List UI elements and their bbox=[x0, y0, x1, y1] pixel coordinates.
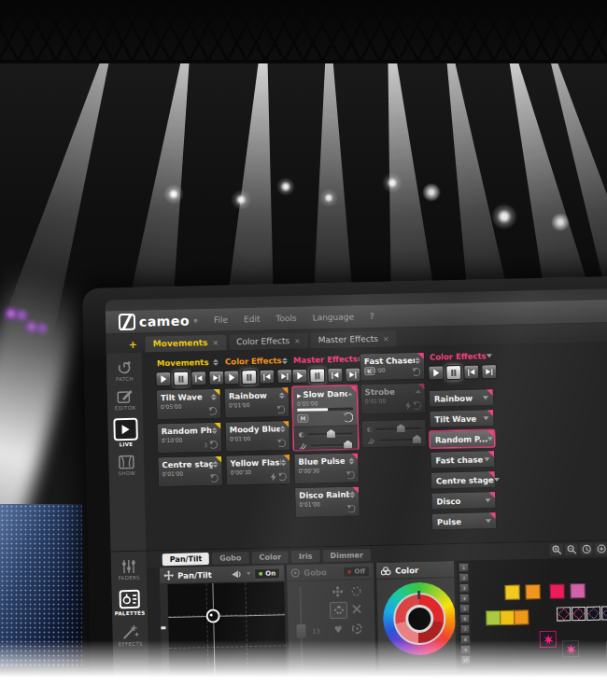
chaser-tile[interactable]: Fast Chaser 0'01'00 K bbox=[360, 352, 426, 382]
mode-badge[interactable]: M bbox=[297, 414, 308, 423]
sidebar-item-show[interactable]: SHOW bbox=[108, 453, 145, 479]
tab-color[interactable]: Color bbox=[251, 551, 289, 564]
fixture-swatch[interactable] bbox=[504, 585, 519, 600]
fixture-swatch[interactable] bbox=[570, 583, 585, 598]
preset-item[interactable]: Disco bbox=[431, 491, 496, 511]
cue-tile[interactable]: Moody Blue 0'01'00 bbox=[224, 420, 290, 453]
scanner-fixture[interactable] bbox=[572, 607, 586, 621]
off-toggle[interactable]: Off bbox=[343, 566, 370, 578]
fixture-number[interactable]: 2 bbox=[459, 573, 469, 582]
chevron-down-icon[interactable] bbox=[486, 354, 491, 357]
fixture-number[interactable]: 7 bbox=[459, 624, 470, 634]
tab-dimmer[interactable]: Dimmer bbox=[322, 549, 371, 562]
slider-thumb[interactable] bbox=[413, 435, 421, 443]
preset-item[interactable]: Tilt Wave bbox=[429, 409, 494, 428]
heart-icon[interactable]: ♥ bbox=[330, 622, 346, 637]
chevron-down-icon[interactable] bbox=[487, 437, 493, 441]
play-button[interactable] bbox=[223, 370, 239, 385]
cue-tile[interactable]: Random Phase 0'10'00 3 bbox=[156, 422, 222, 455]
diamond-frame-icon[interactable] bbox=[330, 602, 347, 619]
menu-file[interactable]: File bbox=[214, 315, 228, 325]
collapse-icon[interactable] bbox=[416, 389, 421, 392]
loop-icon[interactable] bbox=[343, 413, 353, 423]
next-button[interactable] bbox=[481, 364, 497, 379]
chevron-down-icon[interactable] bbox=[483, 416, 488, 420]
chevron-updown-icon[interactable] bbox=[212, 460, 218, 467]
fixture-swatch[interactable] bbox=[525, 584, 540, 599]
scanner-fixture[interactable] bbox=[557, 607, 571, 621]
chevron-updown-icon[interactable] bbox=[213, 358, 219, 365]
chevron-updown-icon[interactable] bbox=[348, 457, 354, 464]
chevron-down-icon[interactable] bbox=[485, 498, 490, 502]
on-toggle[interactable]: On bbox=[254, 567, 280, 580]
sidebar-item-palettes[interactable]: PALETTES bbox=[111, 587, 148, 619]
prev-button[interactable] bbox=[327, 368, 343, 383]
collapse-icon[interactable] bbox=[347, 392, 353, 395]
beam-mode-icon[interactable] bbox=[231, 569, 242, 579]
cue-tile[interactable]: Blue Pulse 0'00'30 bbox=[293, 452, 360, 484]
tab-master-effects[interactable]: Master Effects × bbox=[311, 330, 397, 348]
next-button[interactable] bbox=[345, 367, 360, 382]
chevron-down-icon[interactable] bbox=[494, 477, 500, 481]
cue-tile-selected[interactable]: ▶ Slow Dance 0'05'00 M ◐ bbox=[292, 385, 360, 451]
chevron-updown-icon[interactable] bbox=[212, 427, 218, 433]
add-tab-button[interactable]: + bbox=[122, 339, 143, 353]
prev-button[interactable] bbox=[259, 369, 275, 384]
preset-item-selected[interactable]: Random P... bbox=[430, 429, 495, 449]
cue-tile[interactable]: Centre stage 0'01'00 bbox=[157, 455, 223, 488]
zoom-in-icon[interactable] bbox=[550, 543, 563, 555]
pause-button[interactable] bbox=[445, 365, 461, 380]
preset-item[interactable]: Rainbow bbox=[429, 388, 494, 408]
cue-tile[interactable]: Tilt Wave 0'05'00 bbox=[156, 388, 222, 421]
chevron-updown-icon[interactable] bbox=[415, 357, 420, 363]
scanner-fixture[interactable] bbox=[586, 607, 600, 621]
pause-button[interactable] bbox=[309, 368, 325, 383]
fixture-swatch[interactable] bbox=[549, 583, 564, 598]
close-icon[interactable]: × bbox=[294, 336, 301, 344]
chevron-updown-icon[interactable] bbox=[279, 392, 285, 399]
xy-handle[interactable] bbox=[205, 609, 219, 623]
center-icon[interactable] bbox=[594, 542, 607, 554]
slider-thumb[interactable] bbox=[327, 429, 335, 438]
slider-thumb[interactable] bbox=[296, 623, 305, 637]
column-header[interactable]: Color Effects bbox=[223, 355, 289, 368]
dots-cross-icon[interactable] bbox=[330, 584, 346, 599]
column-header[interactable]: Master Effects bbox=[291, 353, 357, 366]
menu-tools[interactable]: Tools bbox=[275, 314, 296, 324]
column-header[interactable]: Color Effects bbox=[428, 350, 493, 363]
play-button[interactable] bbox=[428, 365, 444, 380]
cue-tile[interactable]: Yellow Flash 0'00'30 bbox=[225, 454, 291, 486]
cross-arrows-icon[interactable] bbox=[348, 601, 364, 616]
prev-button[interactable] bbox=[463, 364, 479, 379]
pause-button[interactable] bbox=[241, 370, 257, 385]
menu-help[interactable]: ? bbox=[370, 312, 374, 321]
chevron-down-icon[interactable] bbox=[247, 572, 250, 575]
sidebar-item-live[interactable]: LIVE bbox=[107, 416, 144, 450]
chevron-updown-icon[interactable] bbox=[280, 459, 286, 466]
chevron-updown-icon[interactable] bbox=[211, 393, 217, 399]
menu-edit[interactable]: Edit bbox=[244, 315, 261, 324]
zoom-out-icon[interactable] bbox=[565, 543, 578, 555]
fixture-swatch[interactable] bbox=[514, 609, 529, 624]
slider-thumb[interactable] bbox=[397, 424, 405, 432]
chevron-updown-icon[interactable] bbox=[280, 426, 286, 432]
chaser-badge[interactable]: K bbox=[364, 367, 374, 375]
cue-tile[interactable]: Rainbow 0'01'00 bbox=[224, 386, 290, 419]
speed-slider[interactable] bbox=[294, 439, 358, 452]
tab-pan-tilt[interactable]: Pan/Tilt bbox=[162, 553, 210, 566]
column-header[interactable]: Movements bbox=[155, 357, 220, 370]
slider-thumb[interactable] bbox=[344, 441, 352, 449]
cue-tile[interactable]: Strobe 0'01'00 bbox=[360, 383, 427, 415]
play-button[interactable] bbox=[291, 369, 307, 384]
close-icon[interactable]: × bbox=[212, 338, 219, 346]
chevron-down-icon[interactable] bbox=[483, 396, 488, 399]
fixture-number[interactable]: 6 bbox=[459, 614, 470, 623]
fixture-swatch[interactable] bbox=[486, 610, 501, 625]
preset-item[interactable]: Fast chase bbox=[430, 450, 495, 469]
fixture-number[interactable]: 3 bbox=[459, 583, 469, 593]
prev-button[interactable] bbox=[191, 371, 206, 385]
menu-language[interactable]: Language bbox=[312, 312, 354, 322]
play-button[interactable] bbox=[155, 371, 171, 386]
next-button[interactable] bbox=[208, 371, 224, 385]
tab-movements[interactable]: Movements × bbox=[146, 335, 227, 353]
